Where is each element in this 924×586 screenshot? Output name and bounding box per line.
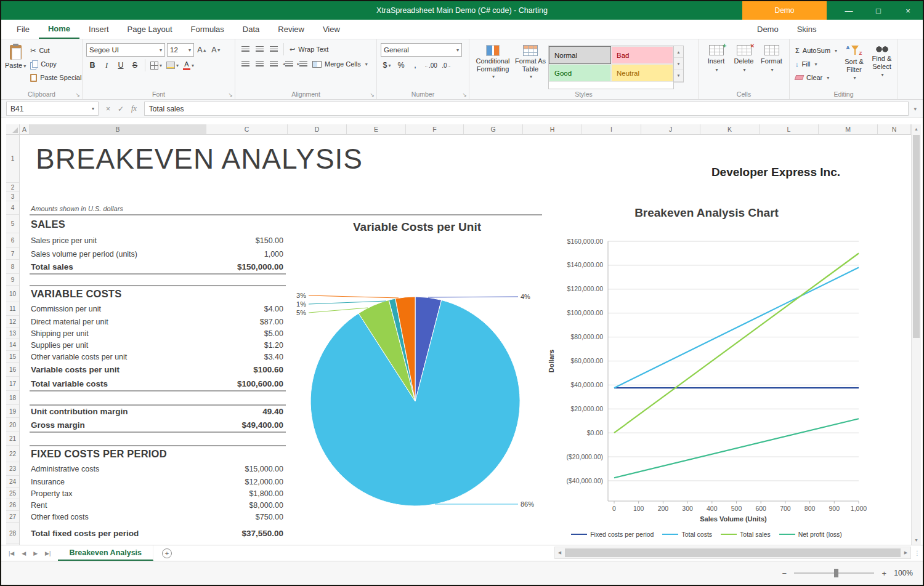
insert-cells-button[interactable]: + Insert▾ bbox=[702, 42, 730, 89]
style-gallery-item-good[interactable]: Good bbox=[549, 64, 611, 82]
row-header-5[interactable]: 5 bbox=[6, 215, 19, 233]
row-header-18[interactable]: 18 bbox=[6, 391, 19, 405]
row-header-27[interactable]: 27 bbox=[6, 511, 19, 523]
dialog-launcher-icon[interactable]: ↘ bbox=[462, 92, 467, 98]
row-header-9[interactable]: 9 bbox=[6, 274, 19, 286]
delete-cells-button[interactable]: × Delete▾ bbox=[730, 42, 758, 89]
column-header-I[interactable]: I bbox=[582, 124, 641, 134]
tab-formulas[interactable]: Formulas bbox=[182, 20, 233, 39]
comma-style-button[interactable]: , bbox=[409, 59, 421, 71]
increase-indent-button[interactable]: ▸ bbox=[296, 58, 309, 70]
tab-home[interactable]: Home bbox=[39, 20, 79, 39]
row-header-6[interactable]: 6 bbox=[6, 233, 19, 248]
tab-splitter-icon[interactable]: ⋮ bbox=[914, 550, 923, 556]
align-bottom-button[interactable] bbox=[267, 43, 280, 55]
dialog-launcher-icon[interactable]: ↘ bbox=[228, 92, 233, 98]
dialog-launcher-icon[interactable]: ↘ bbox=[75, 92, 80, 98]
borders-button[interactable]: ▾ bbox=[149, 59, 163, 71]
last-sheet-icon[interactable]: ▶| bbox=[43, 550, 53, 556]
underline-button[interactable]: U bbox=[115, 59, 127, 71]
row-header-10[interactable]: 10 bbox=[6, 286, 19, 302]
vertical-scrollbar-thumb[interactable] bbox=[913, 135, 920, 338]
row-header-2[interactable]: 2 bbox=[6, 183, 19, 192]
scroll-right-icon[interactable]: ▶ bbox=[901, 547, 910, 558]
gallery-up-icon[interactable]: ▲ bbox=[674, 46, 683, 58]
row-header-4[interactable]: 4 bbox=[6, 201, 19, 215]
row-header-23[interactable]: 23 bbox=[6, 462, 19, 476]
percent-style-button[interactable]: % bbox=[395, 59, 407, 71]
decrease-decimal-button[interactable]: .0→ bbox=[440, 59, 453, 71]
clear-button[interactable]: Clear▾ bbox=[793, 71, 839, 84]
tab-skins[interactable]: Skins bbox=[788, 20, 826, 39]
enter-icon[interactable]: ✓ bbox=[118, 105, 124, 113]
sheet-tab-breakeven-analysis[interactable]: Breakeven Analysis bbox=[58, 545, 153, 561]
vertical-scrollbar[interactable]: ▲ ▼ bbox=[911, 124, 921, 545]
italic-button[interactable]: I bbox=[100, 59, 113, 71]
row-header-22[interactable]: 22 bbox=[6, 446, 19, 462]
close-button[interactable]: × bbox=[893, 1, 923, 20]
align-right-button[interactable] bbox=[267, 58, 280, 70]
cut-button[interactable]: ✂Cut bbox=[28, 44, 83, 57]
merge-cells-button[interactable]: Merge Cells▾ bbox=[310, 58, 370, 70]
column-header-N[interactable]: N bbox=[878, 124, 911, 134]
accounting-format-button[interactable]: $▾ bbox=[381, 59, 393, 71]
cancel-icon[interactable]: × bbox=[106, 105, 110, 113]
row-header-11[interactable]: 11 bbox=[6, 302, 19, 316]
fill-color-button[interactable]: ▾ bbox=[165, 59, 180, 71]
maximize-button[interactable]: □ bbox=[864, 1, 893, 20]
row-header-21[interactable]: 21 bbox=[6, 432, 19, 446]
sheet-area[interactable]: BREAKEVEN ANALYSIS Developer Express Inc… bbox=[20, 135, 911, 545]
tab-review[interactable]: Review bbox=[269, 20, 314, 39]
style-gallery-item-neutral[interactable]: Neutral bbox=[611, 64, 673, 82]
font-color-button[interactable]: A▾ bbox=[182, 59, 195, 71]
column-header-J[interactable]: J bbox=[641, 124, 700, 134]
format-cells-button[interactable]: Format▾ bbox=[758, 42, 785, 89]
sort-filter-button[interactable]: AZ Sort & Filter▾ bbox=[841, 42, 867, 89]
align-top-button[interactable] bbox=[239, 43, 251, 55]
row-header-20[interactable]: 20 bbox=[6, 418, 19, 432]
autosum-button[interactable]: ΣAutoSum▾ bbox=[793, 44, 839, 57]
scroll-up-icon[interactable]: ▲ bbox=[912, 124, 921, 134]
font-name-combo[interactable]: Segoe UI▾ bbox=[86, 43, 165, 57]
zoom-slider-thumb[interactable] bbox=[834, 569, 838, 577]
row-header-15[interactable]: 15 bbox=[6, 351, 19, 363]
row-header-16[interactable]: 16 bbox=[6, 363, 19, 377]
row-header-28[interactable]: 28 bbox=[6, 523, 19, 544]
row-header-7[interactable]: 7 bbox=[6, 248, 19, 260]
row-header-13[interactable]: 13 bbox=[6, 327, 19, 339]
paste-button[interactable]: Paste▾ bbox=[5, 42, 26, 87]
column-header-D[interactable]: D bbox=[288, 124, 347, 134]
row-header-1[interactable]: 1 bbox=[6, 135, 19, 183]
find-select-button[interactable]: Find & Select▾ bbox=[869, 42, 894, 89]
tab-view[interactable]: View bbox=[314, 20, 349, 39]
row-header-14[interactable]: 14 bbox=[6, 339, 19, 351]
row-header-25[interactable]: 25 bbox=[6, 488, 19, 499]
font-size-combo[interactable]: 12▾ bbox=[167, 43, 194, 57]
zoom-in-button[interactable]: + bbox=[880, 569, 888, 578]
fill-button[interactable]: ↓Fill▾ bbox=[793, 58, 839, 70]
column-header-A[interactable]: A bbox=[20, 124, 30, 134]
tab-data[interactable]: Data bbox=[233, 20, 269, 39]
align-left-button[interactable] bbox=[239, 58, 251, 70]
first-sheet-icon[interactable]: |◀ bbox=[6, 550, 17, 556]
horizontal-scrollbar-thumb[interactable] bbox=[565, 548, 901, 557]
name-box[interactable]: B41▾ bbox=[6, 102, 99, 116]
format-as-table-button[interactable]: Format As Table▾ bbox=[513, 42, 548, 89]
column-header-C[interactable]: C bbox=[206, 124, 288, 134]
tab-insert[interactable]: Insert bbox=[79, 20, 118, 39]
align-center-button[interactable] bbox=[253, 58, 265, 70]
column-header-K[interactable]: K bbox=[700, 124, 760, 134]
formula-input[interactable]: Total sales bbox=[144, 102, 909, 116]
row-header-3[interactable]: 3 bbox=[6, 192, 19, 201]
add-sheet-button[interactable]: + bbox=[162, 548, 172, 558]
grow-font-button[interactable]: A▲ bbox=[196, 44, 208, 56]
row-header-19[interactable]: 19 bbox=[6, 405, 19, 418]
formula-bar-expand-icon[interactable]: ▾ bbox=[912, 106, 918, 112]
zoom-out-button[interactable]: − bbox=[780, 569, 788, 578]
column-header-M[interactable]: M bbox=[819, 124, 878, 134]
column-header-G[interactable]: G bbox=[464, 124, 523, 134]
row-header-8[interactable]: 8 bbox=[6, 260, 19, 274]
decrease-indent-button[interactable]: ◂ bbox=[282, 58, 294, 70]
row-header-24[interactable]: 24 bbox=[6, 476, 19, 488]
column-header-F[interactable]: F bbox=[406, 124, 464, 134]
